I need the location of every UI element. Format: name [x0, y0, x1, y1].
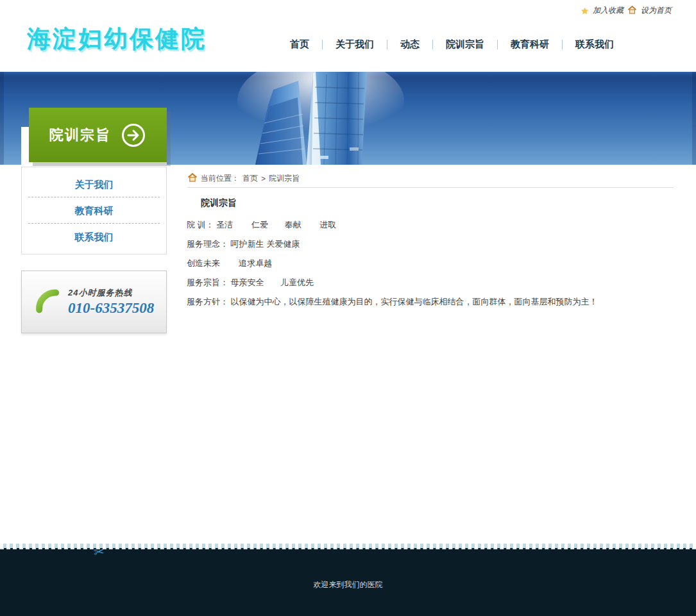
breadcrumb-prefix: 当前位置：	[201, 173, 239, 184]
favorite-star-icon: ★	[581, 6, 589, 16]
breadcrumb-current: 院训宗旨	[269, 173, 300, 184]
nav-item[interactable]: 院训宗旨	[433, 38, 497, 51]
banner-left-edge	[0, 72, 4, 165]
nav-item[interactable]: 动态	[387, 38, 432, 51]
content-line: 创造未来 追求卓越	[187, 254, 681, 273]
hotline-label: 24小时服务热线	[68, 287, 154, 299]
topbar: ★ 加入收藏 设为首页	[581, 5, 672, 16]
section-title-label: 院训宗旨	[49, 126, 111, 145]
breadcrumb-home-icon	[187, 173, 198, 184]
scissors-icon: ✂	[93, 544, 105, 560]
main-nav: 首页关于我们动态院训宗旨教育科研联系我们	[277, 38, 627, 51]
breadcrumb-home-link[interactable]: 首页	[242, 173, 258, 184]
breadcrumb-divider	[187, 187, 674, 188]
set-homepage-link[interactable]: 设为首页	[641, 5, 672, 16]
nav-item[interactable]: 教育科研	[498, 38, 562, 51]
add-favorite-link[interactable]: 加入收藏	[593, 5, 624, 16]
page-title: 院训宗旨	[187, 197, 681, 209]
content-line: 服务理念： 呵护新生 关爱健康	[187, 235, 681, 254]
content-body: 院 训： 圣洁 仁爱 奉献 进取服务理念： 呵护新生 关爱健康创造未来 追求卓越…	[187, 215, 681, 312]
nav-item[interactable]: 首页	[277, 38, 322, 51]
sidebar-menu: 关于我们教育科研联系我们	[21, 167, 167, 254]
sidebar-link[interactable]: 联系我们	[28, 224, 160, 250]
buildings-image	[231, 72, 423, 165]
arrow-circle-icon	[121, 122, 146, 148]
phone-icon	[35, 287, 62, 317]
content-line: 服务宗旨： 母亲安全 儿童优先	[187, 273, 681, 292]
home-icon	[627, 6, 637, 16]
hotline-box: 24小时服务热线 010-63537508	[21, 271, 167, 333]
breadcrumb: 当前位置： 首页 > 院训宗旨	[187, 173, 300, 184]
section-title-box[interactable]: 院训宗旨	[29, 108, 167, 162]
sidebar-link[interactable]: 关于我们	[28, 171, 160, 197]
content-line: 院 训： 圣洁 仁爱 奉献 进取	[187, 215, 681, 235]
site-logo[interactable]: 海淀妇幼保健院	[27, 23, 207, 55]
hotline-number: 010-63537508	[68, 300, 154, 317]
breadcrumb-separator: >	[261, 174, 266, 183]
perforation-line	[0, 544, 696, 548]
sidebar-link[interactable]: 教育科研	[28, 197, 160, 224]
banner-right-edge	[692, 72, 696, 165]
content-line: 服务方针： 以保健为中心，以保障生殖健康为目的，实行保健与临床相结合，面向群体，…	[187, 292, 681, 312]
nav-item[interactable]: 联系我们	[563, 38, 627, 51]
main-content: 院训宗旨 院 训： 圣洁 仁爱 奉献 进取服务理念： 呵护新生 关爱健康创造未来…	[187, 197, 681, 312]
nav-item[interactable]: 关于我们	[323, 38, 387, 51]
